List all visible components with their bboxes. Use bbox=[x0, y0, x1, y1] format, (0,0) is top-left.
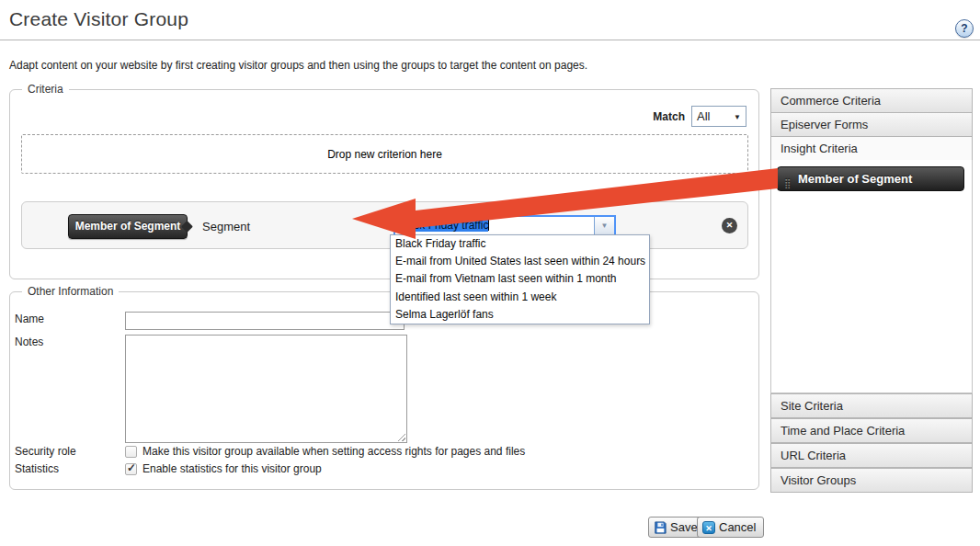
title-divider bbox=[0, 40, 980, 40]
pill-pointer-icon bbox=[181, 221, 193, 233]
security-role-text: Make this visitor group available when s… bbox=[142, 445, 525, 458]
drag-handle-icon: ⣿ bbox=[784, 172, 791, 195]
insight-criteria-panel bbox=[770, 160, 973, 393]
cancel-button[interactable]: ✕ Cancel bbox=[697, 517, 764, 538]
sidebar-item-site-criteria[interactable]: Site Criteria bbox=[770, 393, 973, 418]
sidebar-item-url-criteria[interactable]: URL Criteria bbox=[770, 443, 973, 468]
criteria-sidebar: Commerce Criteria Episerver Forms Insigh… bbox=[770, 88, 973, 494]
criterion-type-label: Member of Segment bbox=[75, 220, 181, 233]
help-icon[interactable]: ? bbox=[955, 19, 974, 38]
notes-field[interactable] bbox=[125, 335, 407, 443]
other-information-legend: Other Information bbox=[22, 285, 119, 298]
match-select-value: All bbox=[697, 109, 710, 123]
combobox-dropdown-button[interactable]: ▼ bbox=[594, 217, 614, 234]
security-role-checkbox[interactable]: ✓ bbox=[125, 446, 137, 458]
dropdown-option[interactable]: Identified last seen within 1 week bbox=[391, 289, 649, 306]
notes-label: Notes bbox=[15, 336, 43, 348]
resize-grip-icon[interactable] bbox=[396, 432, 405, 441]
statistics-text: Enable statistics for this visitor group bbox=[142, 462, 322, 475]
drop-zone-text: Drop new criterion here bbox=[327, 148, 442, 161]
name-field[interactable] bbox=[125, 312, 405, 330]
save-floppy-icon bbox=[654, 521, 667, 534]
segment-dropdown-list: Black Friday traffic E-mail from United … bbox=[390, 234, 650, 324]
match-label: Match bbox=[653, 110, 685, 123]
member-of-segment-draggable[interactable]: ⣿ Member of Segment bbox=[777, 166, 964, 191]
criterion-drop-zone[interactable]: Drop new criterion here bbox=[21, 134, 748, 174]
page-title: Create Visitor Group bbox=[9, 8, 188, 30]
cancel-button-label: Cancel bbox=[719, 520, 756, 534]
chevron-down-icon: ▼ bbox=[734, 108, 741, 127]
dropdown-option[interactable]: E-mail from United States last seen with… bbox=[391, 253, 649, 270]
sidebar-item-visitor-groups[interactable]: Visitor Groups bbox=[770, 468, 973, 493]
statistics-checkbox[interactable]: ✓ bbox=[125, 463, 137, 475]
sidebar-item-insight-criteria[interactable]: Insight Criteria bbox=[770, 136, 973, 161]
save-button-label: Save bbox=[670, 520, 698, 534]
statistics-label: Statistics bbox=[15, 462, 59, 475]
criteria-legend: Criteria bbox=[22, 83, 69, 96]
match-select[interactable]: All ▼ bbox=[691, 106, 746, 127]
segment-combobox-value[interactable]: Black Friday traffic bbox=[395, 217, 594, 234]
text-caret bbox=[488, 219, 489, 231]
segment-combobox[interactable]: Black Friday traffic ▼ bbox=[393, 215, 616, 236]
segment-field-label: Segment bbox=[202, 220, 250, 233]
sidebar-item-commerce-criteria[interactable]: Commerce Criteria bbox=[770, 88, 973, 113]
checkmark-icon: ✓ bbox=[127, 461, 136, 474]
security-role-label: Security role bbox=[15, 445, 76, 458]
name-label: Name bbox=[15, 313, 44, 325]
dropdown-option[interactable]: Selma Lagerlöf fans bbox=[391, 306, 649, 324]
sidebar-item-episerver-forms[interactable]: Episerver Forms bbox=[770, 112, 973, 137]
cancel-x-icon: ✕ bbox=[702, 521, 715, 534]
member-of-segment-label: Member of Segment bbox=[798, 172, 912, 186]
page-description: Adapt content on your website by first c… bbox=[9, 59, 587, 72]
dropdown-option[interactable]: E-mail from Vietnam last seen within 1 m… bbox=[391, 270, 649, 288]
dropdown-option[interactable]: Black Friday traffic bbox=[391, 235, 649, 253]
sidebar-item-time-and-place-criteria[interactable]: Time and Place Criteria bbox=[770, 418, 973, 443]
remove-criterion-icon[interactable]: ✕ bbox=[722, 218, 737, 233]
chevron-down-icon: ▼ bbox=[601, 222, 609, 230]
criterion-type-pill[interactable]: Member of Segment bbox=[68, 214, 188, 239]
